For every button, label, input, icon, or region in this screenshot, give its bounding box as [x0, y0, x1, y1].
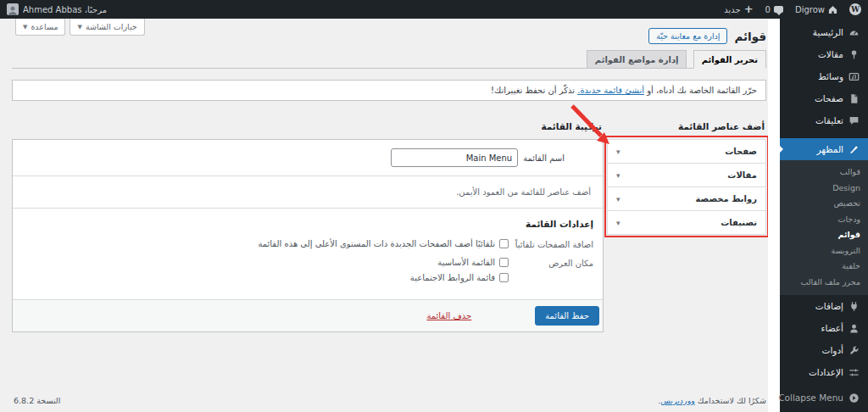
submenu-item-design[interactable]: Design [780, 181, 868, 197]
collapse-icon [849, 393, 860, 404]
appearance-icon [849, 144, 860, 155]
sidebar-item-media[interactable]: وسائط [780, 65, 868, 87]
sidebar-item-settings[interactable]: الإعدادات [780, 361, 868, 383]
submenu-item-menus[interactable]: قوائم [780, 227, 868, 243]
submenu-item-customize[interactable]: تخصيص [780, 196, 868, 212]
auto-add-checkbox[interactable] [499, 239, 509, 248]
tab-edit-menus[interactable]: تحرير القوائم [693, 50, 766, 69]
menu-name-input[interactable] [391, 148, 518, 167]
sidebar-item-label: الإعدادات [809, 367, 843, 377]
auto-add-row: اضافة الصفحات تلقائياً تلقائيًا أضف الصف… [25, 239, 593, 249]
add-items-accordion: صفحات ▾ مقالات ▾ روابط مخصصة ▾ تصنيفات ▾ [607, 139, 766, 235]
primary-menu-checkbox[interactable] [499, 258, 509, 267]
tab-manage-locations[interactable]: إدارة مواضع القوائم [587, 50, 687, 68]
sidebar-item-users[interactable]: أعضاء [780, 317, 868, 339]
collapse-menu-button[interactable]: Collapse Menu [780, 387, 868, 409]
wordpress-logo-icon[interactable]: W [849, 3, 861, 15]
comments-link[interactable]: 0 [765, 5, 783, 14]
submenu-item-themes[interactable]: قوالب [780, 164, 868, 181]
admin-bar: W Digrow 0 + جديد مرحبًا، Ahmed Abbas [0, 0, 868, 19]
nav-tabs: تحرير القوائم إدارة مواضع القوائم [12, 50, 766, 69]
account-menu[interactable]: مرحبًا، Ahmed Abbas [7, 3, 107, 15]
create-new-menu-link[interactable]: أنشئ قائمة جديدة. [577, 86, 644, 95]
accordion-section-custom-links[interactable]: روابط مخصصة ▾ [607, 187, 766, 211]
tools-icon [849, 345, 860, 356]
scrollbar-track [768, 19, 780, 412]
submenu-item-header[interactable]: الترويسة [780, 243, 868, 259]
sidebar-item-label: الرئيسية [813, 27, 843, 37]
accordion-label: مقالات [727, 170, 757, 180]
comments-icon [774, 6, 783, 13]
notice-text-after: تذكّر أن تحفظ تغييراتك! [491, 86, 577, 95]
sidebar-separator [780, 131, 868, 138]
help-label: مساعدة [31, 22, 58, 31]
accordion-section-pages[interactable]: صفحات ▾ [607, 139, 766, 164]
accordion-label: صفحات [725, 147, 757, 156]
notice-text-before: حرّر القائمة الخاصة بك أدناه، أو [644, 86, 757, 95]
sidebar-item-comments[interactable]: تعليقات [780, 109, 868, 131]
menu-name-label: اسم القائمة [523, 153, 565, 163]
notice-message: حرّر القائمة الخاصة بك أدناه، أو أنشئ قا… [12, 80, 766, 101]
primary-menu-option[interactable]: القائمة الأساسية [25, 258, 509, 267]
screen-options-label: خيارات الشاشة [86, 22, 137, 31]
submenu-item-widgets[interactable]: ودجات [780, 212, 868, 228]
sidebar-item-dashboard[interactable]: الرئيسية [780, 21, 868, 43]
primary-menu-label: القائمة الأساسية [437, 258, 495, 267]
site-name-label: Digrow [795, 5, 825, 14]
sidebar-item-plugins[interactable]: إضافات [780, 295, 868, 317]
screen-options-button[interactable]: خيارات الشاشة ▼ [70, 19, 144, 36]
social-links-menu-label: قائمة الروابط الاجتماعية [410, 273, 495, 282]
auto-add-option[interactable]: تلقائيًا أضف الصفحات الجديدة ذات المستوى… [25, 239, 509, 248]
delete-menu-link[interactable]: حذف القائمة [426, 311, 471, 320]
new-content-label: جديد [724, 5, 740, 14]
chevron-down-icon: ▾ [616, 171, 620, 180]
menu-settings-heading: إعدادات القائمة [25, 219, 593, 229]
display-location-row: مكان العرض القائمة الأساسية قائمة الرواب… [25, 258, 593, 282]
accordion-section-categories[interactable]: تصنيفات ▾ [607, 210, 766, 235]
sidebar-item-tools[interactable]: أدوات [780, 339, 868, 361]
chevron-down-icon: ▼ [77, 24, 81, 31]
wordpress-link[interactable]: ووردبريس [660, 396, 695, 405]
home-icon [828, 5, 837, 14]
auto-add-label: اضافة الصفحات تلقائياً [509, 239, 593, 249]
page-title: قوائم [734, 30, 766, 43]
submenu-item-background[interactable]: خلفية [780, 259, 868, 275]
version-label: النسخة 6.8.2 [14, 396, 60, 405]
site-name-link[interactable]: Digrow [795, 5, 837, 14]
settings-icon [849, 367, 860, 378]
add-menu-items-column: أضف عناصر القائمة صفحات ▾ مقالات ▾ روابط… [607, 121, 766, 235]
submenu-item-theme-file-editor[interactable]: محرر ملف القالب [780, 275, 868, 291]
social-links-menu-checkbox[interactable] [499, 273, 509, 282]
sidebar-item-posts[interactable]: مقالات [780, 43, 868, 65]
display-location-label: مكان العرض [509, 258, 593, 282]
admin-footer: شكرًا لك لاستخدامك ووردبريس. النسخة 6.8.… [14, 396, 766, 405]
sidebar-item-label: المظهر [817, 144, 843, 154]
sidebar-item-label: أدوات [822, 345, 843, 355]
sidebar-item-label: Collapse Menu [778, 393, 843, 403]
media-icon [849, 71, 860, 82]
social-links-menu-option[interactable]: قائمة الروابط الاجتماعية [25, 273, 509, 282]
menu-name-row: اسم القائمة [13, 140, 603, 176]
comments-count: 0 [765, 5, 771, 14]
panel-footer: حفظ القائمة حذف القائمة [13, 299, 603, 331]
auto-add-option-label: تلقائيًا أضف الصفحات الجديدة ذات المستوى… [258, 239, 495, 248]
sidebar-item-pages[interactable]: صفحات [780, 87, 868, 109]
dashboard-icon [849, 27, 860, 38]
manage-with-live-preview-button[interactable]: إدارة مع معاينة حيّة [648, 28, 727, 44]
menu-structure-heading: تركيبة القائمة [14, 121, 602, 131]
sidebar-item-label: تعليقات [815, 115, 843, 125]
menu-structure-column: تركيبة القائمة اسم القائمة أضف عناصر للق… [12, 121, 604, 332]
admin-sidebar: الرئيسية مقالات وسائط صفحات تعليقات المظ… [780, 19, 868, 412]
thanks-text: شكرًا لك لاستخدامك ووردبريس. [658, 396, 766, 405]
menus-columns: أضف عناصر القائمة صفحات ▾ مقالات ▾ روابط… [12, 121, 766, 332]
thanks-before: شكرًا لك لاستخدامك [695, 396, 766, 405]
help-button[interactable]: مساعدة ▼ [15, 19, 65, 36]
accordion-label: روابط مخصصة [695, 194, 757, 203]
save-menu-button[interactable]: حفظ القائمة [535, 306, 599, 326]
drag-hint: أضف عناصر للقائمة من العمود الأيمن. [13, 176, 603, 209]
accordion-section-posts[interactable]: مقالات ▾ [607, 163, 766, 187]
new-content-link[interactable]: + جديد [724, 5, 753, 14]
pages-icon [849, 93, 860, 104]
plugins-icon [849, 301, 860, 312]
sidebar-item-appearance[interactable]: المظهر [780, 138, 868, 160]
